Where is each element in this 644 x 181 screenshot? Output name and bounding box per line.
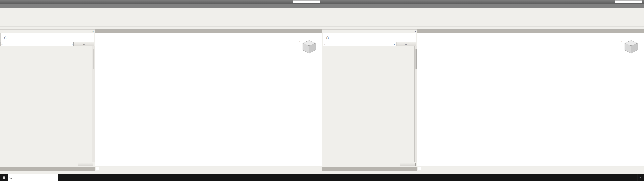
element-type-display: ⌂ xyxy=(323,33,416,42)
ribbon-tab-bar xyxy=(0,4,322,8)
scrollbar-thumb[interactable] xyxy=(415,49,416,69)
properties-palette: ✕ ⌂ ⌂ ▾ ▦ xyxy=(322,30,417,170)
apply-button[interactable] xyxy=(78,163,94,166)
view-cube[interactable] xyxy=(301,40,318,55)
view-control-bar xyxy=(417,166,644,170)
apply-button[interactable] xyxy=(400,163,416,166)
quick-access-toolbar xyxy=(0,0,1,4)
windows-taskbar: ▭ xyxy=(0,174,644,181)
palette-help-bar xyxy=(322,162,417,166)
edit-type-button[interactable]: ▦ xyxy=(74,42,94,46)
chevron-down-icon: ▾ xyxy=(72,44,72,45)
palette-header: ✕ xyxy=(0,30,95,33)
system-tray: ▭ xyxy=(632,174,644,181)
status-bar xyxy=(322,170,644,174)
start-button[interactable] xyxy=(0,174,8,181)
palette-scrollbar[interactable] xyxy=(92,46,95,162)
model-3d-view xyxy=(417,33,644,166)
view-type-icon: ⌂ xyxy=(323,34,332,41)
edit-type-button[interactable]: ▦ xyxy=(396,42,416,46)
house-icon: ⌂ xyxy=(2,44,2,45)
model-3d-view xyxy=(95,33,322,166)
element-type-display: ⌂ xyxy=(0,33,94,42)
properties-palette: ✕ ⌂ ⌂ ▾ ▦ xyxy=(0,30,95,170)
search-icon xyxy=(10,177,11,178)
chevron-down-icon: ▾ xyxy=(394,44,395,45)
view-scale-button[interactable] xyxy=(96,167,99,170)
type-selector-row: ⌂ ▾ ▦ xyxy=(323,42,416,46)
close-icon[interactable]: ✕ xyxy=(414,30,416,32)
palette-header: ✕ xyxy=(322,30,417,33)
taskbar-search[interactable] xyxy=(8,174,58,181)
ribbon-tab-bar xyxy=(322,4,644,8)
edit-type-icon: ▦ xyxy=(405,43,407,46)
title-right-cluster xyxy=(615,0,644,3)
search-input[interactable] xyxy=(293,0,320,3)
drawing-area[interactable]: ⌂ xyxy=(95,33,322,166)
type-selector-combo[interactable]: ⌂ ▾ xyxy=(323,42,396,46)
type-selector-row: ⌂ ▾ ▦ xyxy=(0,42,94,46)
ribbon xyxy=(322,8,644,26)
drawing-area[interactable]: ⌂ xyxy=(417,33,644,166)
status-bar xyxy=(0,170,322,174)
house-icon: ⌂ xyxy=(324,44,325,45)
view-type-icon: ⌂ xyxy=(1,34,10,41)
type-selector-combo[interactable]: ⌂ ▾ xyxy=(0,42,74,46)
title-bar xyxy=(322,0,644,4)
view-tab-bar xyxy=(95,30,322,33)
viewcube-home-icon[interactable]: ⌂ xyxy=(621,40,622,43)
search-input[interactable] xyxy=(615,0,642,3)
options-bar xyxy=(322,26,644,30)
viewcube-home-icon[interactable]: ⌂ xyxy=(299,40,300,43)
property-grid xyxy=(322,46,414,162)
title-bar xyxy=(0,0,322,4)
view-control-bar xyxy=(95,166,322,170)
palette-footer-tabs xyxy=(322,166,417,170)
close-icon[interactable]: ✕ xyxy=(92,30,94,32)
view-tab-bar xyxy=(417,30,644,33)
title-right-cluster xyxy=(293,0,322,3)
palette-help-bar xyxy=(0,162,95,166)
ribbon xyxy=(0,8,322,26)
options-bar xyxy=(0,26,322,30)
view-scale-button[interactable] xyxy=(418,167,421,170)
property-grid xyxy=(0,46,92,162)
scrollbar-thumb[interactable] xyxy=(93,49,94,69)
monitor-left: ⌂ ✕ ⌂ ⌂ ▾ ▦ xyxy=(0,0,322,174)
view-cube[interactable] xyxy=(623,40,640,55)
quick-access-toolbar xyxy=(322,0,323,4)
palette-footer-tabs xyxy=(0,166,95,170)
palette-scrollbar[interactable] xyxy=(414,46,417,162)
action-center-icon[interactable]: ▭ xyxy=(637,174,643,181)
edit-type-icon: ▦ xyxy=(83,43,85,46)
monitor-right: ⌂ ✕ ⌂ ⌂ ▾ ▦ xyxy=(322,0,644,174)
